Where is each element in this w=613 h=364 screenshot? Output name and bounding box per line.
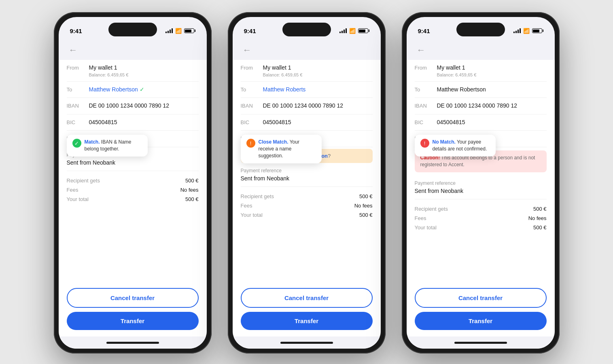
form-value-2: DE 00 1000 1234 0000 7890 12 xyxy=(89,102,199,110)
flex-spacer xyxy=(407,237,555,283)
form-row-4: Bank Accent xyxy=(67,131,199,147)
summary-row-2: Your total 500 € xyxy=(67,195,199,204)
form-sub-0: Balance: 6.459,65 € xyxy=(89,72,199,77)
phone-frame: 9:41 📶 xyxy=(54,12,212,353)
summary-row-1: Fees No fees xyxy=(67,185,199,195)
signal-bar-3 xyxy=(518,30,519,33)
back-button[interactable]: ← xyxy=(67,44,80,57)
form-value-1: Matthew Roberts xyxy=(263,86,373,94)
payment-ref-label: Payment reference xyxy=(415,180,547,186)
home-bar xyxy=(106,342,159,344)
home-indicator xyxy=(233,336,381,349)
status-time: 9:41 xyxy=(70,28,82,34)
form-rows: From My wallet 1 Balance: 6.459,65 € xyxy=(233,60,381,147)
signal-icon xyxy=(165,28,173,33)
status-icons: 📶 xyxy=(165,28,195,34)
form-value-1: Matthew Robertson xyxy=(437,86,547,94)
flex-spacer xyxy=(59,209,207,283)
form-value-3: 045004815 xyxy=(263,119,373,127)
form-section: From My wallet 1 Balance: 6.459,65 € xyxy=(233,60,381,349)
cancel-transfer-button[interactable]: Cancel transfer xyxy=(67,288,199,308)
cancel-transfer-button[interactable]: Cancel transfer xyxy=(241,288,373,308)
phone-screen: 9:41 📶 xyxy=(59,17,207,349)
signal-bar-1 xyxy=(339,32,341,33)
summary-label-1: Fees xyxy=(67,187,78,193)
wifi-icon: 📶 xyxy=(175,28,182,34)
summary-label-1: Fees xyxy=(415,215,426,221)
phone-screen: 9:41 📶 xyxy=(233,17,381,349)
signal-bar-1 xyxy=(513,32,515,33)
signal-bar-3 xyxy=(170,30,171,33)
payment-ref-value: Sent from Neobank xyxy=(67,159,199,166)
form-row-0: From My wallet 1 Balance: 6.459,65 € xyxy=(241,60,373,82)
summary-label-0: Recipient gets xyxy=(67,178,100,184)
form-value-1: Matthew Robertson✓ xyxy=(89,86,199,94)
status-time: 9:41 xyxy=(418,28,430,34)
dynamic-island xyxy=(456,23,505,36)
home-indicator xyxy=(59,336,207,349)
form-row-3: BIC 045004815 xyxy=(67,114,199,131)
form-value-2: DE 00 1000 1234 0000 7890 12 xyxy=(437,102,547,110)
bottom-buttons: Cancel transfer Transfer xyxy=(407,283,555,336)
status-time: 9:41 xyxy=(244,28,256,34)
summary-label-0: Recipient gets xyxy=(241,193,274,199)
phone-phone2: 9:41 📶 xyxy=(228,12,386,353)
summary-value-2: 500 € xyxy=(359,212,373,218)
form-row-3: BIC 045004815 xyxy=(415,114,547,131)
form-label-2: IBAN xyxy=(67,102,89,109)
form-label-1: To xyxy=(241,86,263,93)
summary-value-1: No fees xyxy=(180,187,199,193)
tooltip-text: Close Match. Your receive a name suggest… xyxy=(259,139,316,159)
transfer-button[interactable]: Transfer xyxy=(67,312,199,330)
transfer-button[interactable]: Transfer xyxy=(241,312,373,330)
screen-header: ← xyxy=(407,39,555,60)
signal-bar-4 xyxy=(172,28,173,33)
status-icons: 📶 xyxy=(339,28,369,34)
payment-ref-value: Sent from Neobank xyxy=(415,188,547,194)
battery-icon xyxy=(184,28,195,33)
home-bar xyxy=(454,342,507,344)
signal-icon xyxy=(339,28,347,33)
transfer-button[interactable]: Transfer xyxy=(415,312,547,330)
summary-row-0: Recipient gets 500 € xyxy=(241,192,373,201)
form-value-0: My wallet 1 xyxy=(437,64,547,72)
signal-bar-1 xyxy=(165,32,167,33)
form-label-0: From xyxy=(415,64,437,71)
payment-ref-value: Sent from Neobank xyxy=(241,175,373,182)
dynamic-island xyxy=(282,23,331,36)
back-button[interactable]: ← xyxy=(415,44,428,57)
summary-value-2: 500 € xyxy=(185,196,199,202)
form-row-2: IBAN DE 00 1000 1234 0000 7890 12 xyxy=(241,98,373,114)
form-label-2: IBAN xyxy=(241,102,263,109)
screen-header: ← xyxy=(233,39,381,60)
form-value-container-1: Matthew Roberts xyxy=(263,86,373,94)
wifi-icon: 📶 xyxy=(349,28,356,34)
form-label-3: BIC xyxy=(67,119,89,125)
summary-value-0: 500 € xyxy=(533,206,547,212)
summary-label-2: Your total xyxy=(415,224,437,231)
form-value-0: My wallet 1 xyxy=(263,64,373,72)
summary-label-0: Recipient gets xyxy=(415,206,448,212)
bottom-buttons: Cancel transfer Transfer xyxy=(59,283,207,336)
form-row-4: Bank Accent xyxy=(241,131,373,147)
summary-value-0: 500 € xyxy=(359,193,373,199)
form-label-2: IBAN xyxy=(415,102,437,109)
summary-value-1: No fees xyxy=(528,215,547,221)
summary-row-0: Recipient gets 500 € xyxy=(67,176,199,185)
payment-reference-section: Payment reference Sent from Neobank xyxy=(233,163,381,186)
form-label-3: BIC xyxy=(415,119,437,125)
form-value-container-0: My wallet 1 Balance: 6.459,65 € xyxy=(263,64,373,77)
form-section: From My wallet 1 Balance: 6.459,65 € xyxy=(59,60,207,349)
back-button[interactable]: ← xyxy=(241,44,254,57)
form-row-0: From My wallet 1 Balance: 6.459,65 € xyxy=(415,60,547,82)
form-sub-0: Balance: 6.459,65 € xyxy=(437,72,547,77)
wifi-icon: 📶 xyxy=(523,28,530,34)
form-value-container-3: 045004815 xyxy=(263,119,373,127)
form-value-container-2: DE 00 1000 1234 0000 7890 12 xyxy=(437,102,547,110)
form-rows: From My wallet 1 Balance: 6.459,65 € xyxy=(59,60,207,147)
summary-value-0: 500 € xyxy=(185,178,199,184)
form-row-1: To Matthew Robertson✓ xyxy=(67,82,199,98)
signal-bar-4 xyxy=(346,28,347,33)
form-label-1: To xyxy=(415,86,437,93)
cancel-transfer-button[interactable]: Cancel transfer xyxy=(415,288,547,308)
